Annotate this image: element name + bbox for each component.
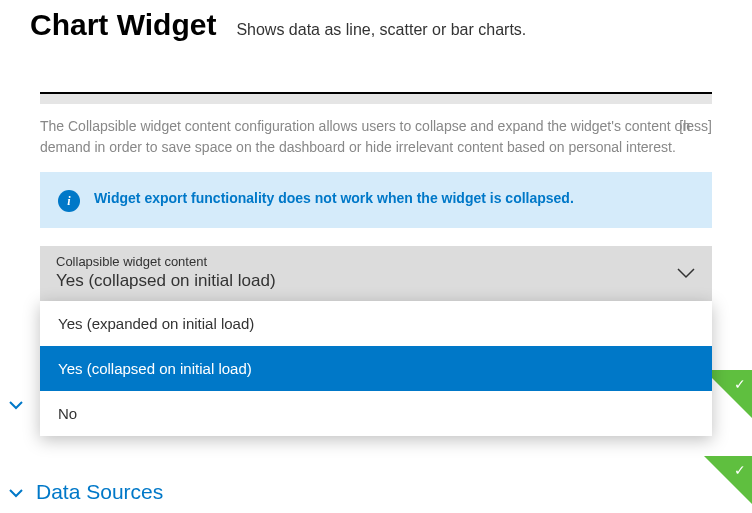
section-row-data-sources[interactable]: Data Sources	[0, 478, 171, 506]
collapsible-select[interactable]: Collapsible widget content Yes (collapse…	[40, 246, 712, 301]
select-dropdown: Yes (expanded on initial load) Yes (coll…	[40, 301, 712, 436]
info-icon: i	[58, 190, 80, 212]
select-text-block: Collapsible widget content Yes (collapse…	[56, 254, 276, 291]
page-title: Chart Widget	[30, 8, 216, 42]
status-corner-badge: ✓	[704, 456, 752, 504]
section-title-data-sources: Data Sources	[36, 480, 163, 504]
description-block: The Collapsible widget content configura…	[40, 116, 712, 158]
less-toggle[interactable]: [less]	[679, 116, 712, 137]
section-row-1[interactable]	[0, 392, 32, 417]
option-no[interactable]: No	[40, 391, 712, 436]
check-icon: ✓	[734, 462, 746, 478]
select-label: Collapsible widget content	[56, 254, 276, 269]
chevron-down-icon	[8, 394, 24, 415]
divider	[40, 92, 712, 104]
chevron-down-icon	[676, 261, 696, 284]
check-icon: ✓	[734, 376, 746, 392]
option-expanded[interactable]: Yes (expanded on initial load)	[40, 301, 712, 346]
page-subtitle: Shows data as line, scatter or bar chart…	[236, 21, 526, 39]
select-value: Yes (collapsed on initial load)	[56, 271, 276, 291]
collapsible-select-wrap: Collapsible widget content Yes (collapse…	[40, 246, 712, 301]
page-header: Chart Widget Shows data as line, scatter…	[0, 0, 752, 62]
info-callout: i Widget export functionality does not w…	[40, 172, 712, 228]
info-text: Widget export functionality does not wor…	[94, 188, 574, 209]
description-text: The Collapsible widget content configura…	[40, 118, 690, 155]
chevron-down-icon	[8, 482, 24, 503]
option-collapsed[interactable]: Yes (collapsed on initial load)	[40, 346, 712, 391]
